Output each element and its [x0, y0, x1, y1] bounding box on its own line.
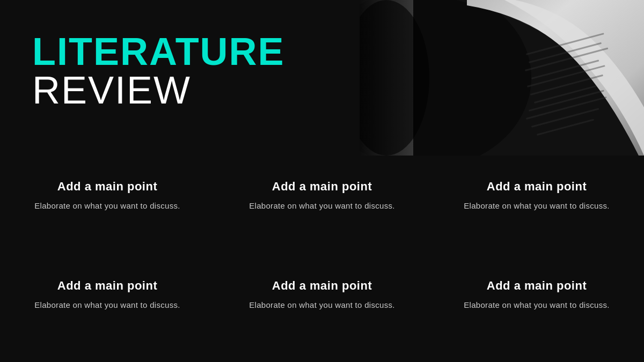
content-item-heading-5: Add a main point [272, 279, 372, 293]
content-item-body-6: Elaborate on what you want to discuss. [464, 299, 610, 312]
content-item-3: Add a main pointElaborate on what you wa… [429, 164, 644, 263]
header: LITERATURE REVIEW [0, 0, 644, 156]
content-item-4: Add a main pointElaborate on what you wa… [0, 263, 215, 362]
content-item-heading-2: Add a main point [272, 180, 372, 194]
title-literature: LITERATURE [32, 32, 285, 71]
content-item-body-2: Elaborate on what you want to discuss. [249, 200, 395, 212]
content-item-heading-6: Add a main point [487, 279, 587, 293]
content-item-1: Add a main pointElaborate on what you wa… [0, 164, 215, 263]
content-item-6: Add a main pointElaborate on what you wa… [429, 263, 644, 362]
content-grid: Add a main pointElaborate on what you wa… [0, 164, 644, 362]
slide: LITERATURE REVIEW Add a main pointElabor… [0, 0, 644, 362]
book-image [360, 0, 644, 156]
content-item-body-4: Elaborate on what you want to discuss. [34, 299, 180, 312]
content-item-heading-1: Add a main point [57, 180, 157, 194]
content-item-heading-4: Add a main point [57, 279, 157, 293]
title-review: REVIEW [32, 71, 285, 109]
content-item-body-5: Elaborate on what you want to discuss. [249, 299, 395, 312]
content-item-heading-3: Add a main point [487, 180, 587, 194]
content-item-body-1: Elaborate on what you want to discuss. [34, 200, 180, 212]
content-item-5: Add a main pointElaborate on what you wa… [215, 263, 429, 362]
content-item-2: Add a main pointElaborate on what you wa… [215, 164, 429, 263]
title-container: LITERATURE REVIEW [32, 32, 285, 109]
content-item-body-3: Elaborate on what you want to discuss. [464, 200, 610, 212]
